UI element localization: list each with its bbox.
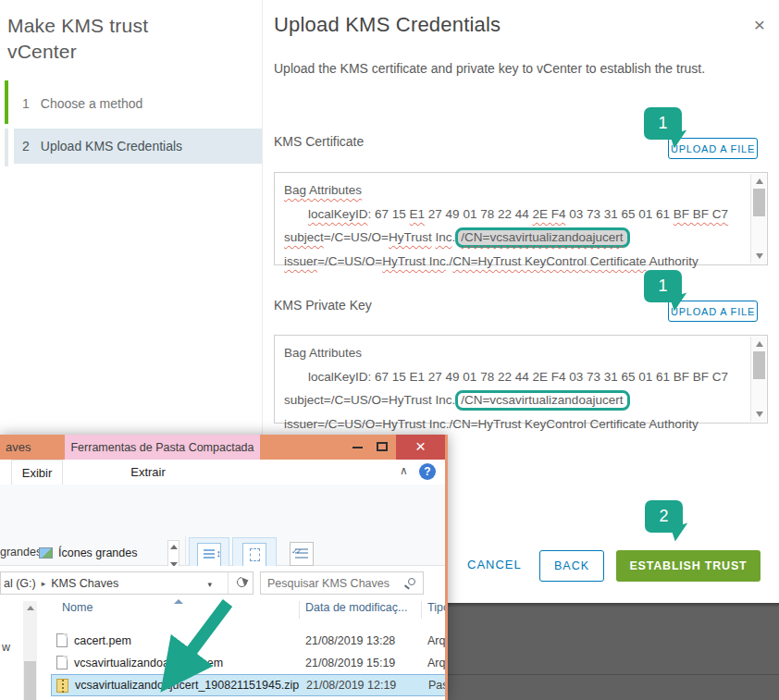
scroll-thumb[interactable] [24,661,36,700]
breadcrumb-arrow-icon [42,579,46,588]
dialog-title: Upload KMS Credentials [274,13,501,37]
wizard-step-choose-method[interactable]: 1 Choose a method [22,96,142,111]
tab-extrair[interactable]: Extrair [102,460,194,485]
ribbon: grandes s Ícones grandes Ícones pequenos… [0,485,445,566]
refresh-icon[interactable] [235,575,249,589]
zip-file-icon [56,679,68,693]
cert-line: localKeyID: 67 15 E1 27 49 01 78 22 44 2… [284,203,741,227]
annotation-badge-2-establish: 2 [645,500,683,533]
cn-highlight-annotation: /CN=vcsavirtualizandoajucert [455,390,630,411]
search-input[interactable]: Pesquisar KMS Chaves [260,571,424,595]
scroll-up-icon[interactable] [756,341,763,347]
dialog-subtitle: Upload the KMS certificate and private k… [274,61,705,76]
maximize-icon[interactable] [377,442,388,451]
explorer-titlebar[interactable]: aves Ferramentas de Pasta Compactada [0,435,445,460]
sort-ascending-icon [174,599,183,604]
step2-progress-bar [5,129,8,166]
kms-private-key-label: KMS Private Key [274,298,372,313]
step-label: Choose a method [41,96,143,111]
cancel-button[interactable]: CANCEL [467,558,522,571]
collapse-ribbon-icon[interactable] [400,464,408,477]
step-label: Upload KMS Credentials [41,139,182,154]
scroll-thumb[interactable] [753,351,765,379]
file-row-vcsa-pem[interactable]: vcsavirtualizandoajucert.pem 21/08/2019 … [51,652,448,674]
scroll-thumb[interactable] [753,189,765,216]
cn-highlight-annotation: /CN=vcsavirtualizandoajucert [455,227,630,248]
scroll-up-icon[interactable] [170,545,178,549]
step-number: 1 [22,96,30,111]
close-window-icon[interactable] [396,435,445,460]
annotation-badge-1-private-key: 1 [644,270,682,302]
key-line: Bag Attributes [284,341,741,365]
column-header-type[interactable]: Tipo [427,601,448,614]
tab-exibir[interactable]: Exibir [11,460,63,485]
background-divider [448,674,779,675]
address-bar[interactable]: al (G:) KMS Chaves [0,571,253,595]
kms-certificate-label: KMS Certificate [274,134,364,149]
contextual-tab-compressed-folder-tools[interactable]: Ferramentas de Pasta Compactada [65,435,260,460]
cert-line: subject=/C=US/O=HyTrust Inc./CN=vcsavirt… [284,226,741,250]
establish-trust-button[interactable]: ESTABLISH TRUST [616,550,760,582]
column-header-date[interactable]: Data de modificaç... [305,601,416,614]
explorer-window: aves Ferramentas de Pasta Compactada Exi… [0,435,448,700]
private-key-textarea[interactable]: Bag Attributes localKeyID: 67 15 E1 27 4… [274,335,768,424]
certificate-scrollbar[interactable] [750,174,766,264]
column-separator[interactable] [421,601,422,619]
path-fragment: al (G:) [4,577,36,590]
file-list-area: w Nome Data de modificaç... Tipo cacert.… [0,599,445,700]
file-icon [56,633,68,647]
file-row-cacert[interactable]: cacert.pem 21/08/2019 13:28 Arqu [51,630,448,652]
scroll-down-icon[interactable] [756,411,763,417]
show-hide-icon [242,543,266,567]
current-view-icon [197,543,221,567]
cert-line: Bag Attributes [284,178,741,203]
options-icon [290,542,314,566]
nav-pane-fragment: w [2,641,10,654]
close-icon[interactable] [748,13,772,37]
address-row: al (G:) KMS Chaves Pesquisar KMS Chaves [0,566,445,599]
column-separator[interactable] [299,601,300,619]
scroll-up-icon[interactable] [27,606,34,610]
layout-option-large-icons[interactable]: Ícones grandes [35,543,163,563]
private-key-scrollbar[interactable] [750,337,766,422]
search-icon[interactable] [408,578,415,585]
back-button[interactable]: BACK [539,550,604,582]
scroll-down-icon[interactable] [756,253,763,259]
large-icons-icon [39,547,53,559]
search-placeholder: Pesquisar KMS Chaves [267,577,390,590]
breadcrumb-folder[interactable]: KMS Chaves [51,577,118,590]
annotation-badge-1-certificate: 1 [644,107,682,140]
wizard-step-upload-credentials[interactable]: 2 Upload KMS Credentials [14,129,262,164]
address-separator [228,572,229,594]
screen: Make KMS trust vCenter 1 Choose a method… [0,0,779,700]
key-line: issuer=/C=US/O=HyTrust Inc./CN=HyTrust K… [284,412,741,436]
step-number: 2 [22,139,30,154]
address-dropdown-icon[interactable] [207,580,212,589]
file-row-vcsa-zip[interactable]: vcsavirtualizandoajucert_190821151945.zi… [51,674,448,696]
scroll-up-icon[interactable] [756,178,763,184]
certificate-textarea[interactable]: Bag Attributes localKeyID: 67 15 E1 27 4… [274,172,768,265]
minimize-icon[interactable] [352,447,363,448]
file-icon [56,656,68,669]
key-line: localKeyID: 67 15 E1 27 49 01 78 22 44 2… [284,365,741,389]
window-title: aves [6,440,31,454]
key-line: subject=/C=US/O=HyTrust Inc./CN=vcsavirt… [284,388,741,412]
nav-pane-scrollbar[interactable] [23,601,37,700]
help-icon[interactable] [419,463,436,480]
wizard-title: Make KMS trust vCenter [7,13,192,65]
column-header-name[interactable]: Nome [62,601,93,614]
ribbon-tabs: Exibir Extrair [0,460,445,485]
step1-progress-bar [5,80,8,124]
